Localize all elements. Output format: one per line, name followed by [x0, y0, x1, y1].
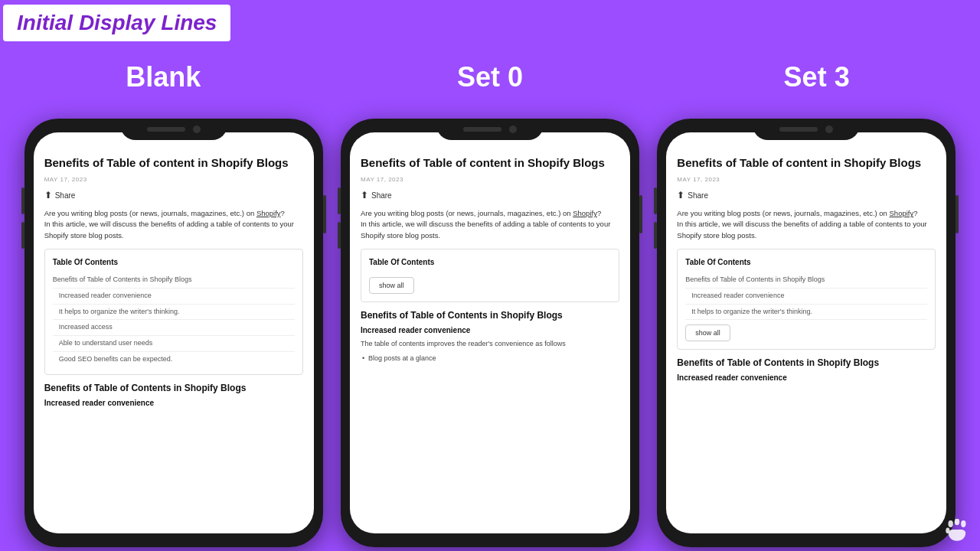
vol2-btn-blank [21, 222, 24, 249]
speaker-set0 [463, 127, 501, 132]
phone-notch-set3 [753, 119, 860, 140]
content-set3: Benefits of Table of content in Shopify … [666, 132, 946, 533]
label-blank: Blank [2, 61, 325, 93]
phone-notch-set0 [436, 119, 544, 140]
bullet-item-1-set0: Blog posts at a glance [361, 354, 619, 364]
camera-set0 [509, 126, 517, 133]
page-title: Initial Display Lines [17, 11, 217, 35]
camera-set3 [825, 126, 833, 133]
show-all-button-set3[interactable]: show all [685, 324, 730, 341]
phone-blank: Benefits of Table of content in Shopify … [24, 119, 323, 547]
below-toc-subheading-blank: Increased reader convenience [44, 398, 303, 409]
share-icon-set0: ⬆ [361, 190, 368, 201]
show-all-button-set0[interactable]: show all [369, 277, 414, 294]
screen-blank: Benefits of Table of content in Shopify … [34, 132, 314, 533]
article-body-set3: Are you writing blog posts (or news, jou… [677, 208, 936, 241]
article-date-set3: MAY 17, 2023 [677, 175, 936, 184]
toc-set0: Table Of Contents show all [361, 249, 619, 303]
toc-item-0-set3: Benefits of Table of Contents in Shopify… [685, 272, 927, 289]
below-toc-heading-set0: Benefits of Table of Contents in Shopify… [361, 310, 619, 322]
phone-set3: Benefits of Table of content in Shopify … [657, 119, 956, 547]
paw-icon [945, 519, 969, 543]
power-btn-set3 [956, 195, 959, 233]
article-title-set0: Benefits of Table of content in Shopify … [361, 155, 619, 171]
toc-item-2-set3: It helps to organize the writer's thinki… [685, 305, 927, 321]
toc-item-4-blank: Able to understand user needs [53, 336, 295, 352]
vol2-btn-set0 [338, 222, 341, 249]
article-body-set0: Are you writing blog posts (or news, jou… [361, 208, 619, 241]
toc-blank: Table Of Contents Benefits of Table of C… [44, 249, 303, 376]
toc-title-set3: Table Of Contents [685, 257, 927, 269]
article-date-set0: MAY 17, 2023 [361, 175, 619, 184]
below-toc-subheading-set3: Increased reader convenience [677, 373, 936, 384]
toc-set3: Table Of Contents Benefits of Table of C… [677, 249, 936, 350]
section-labels: Blank Set 0 Set 3 [0, 61, 980, 93]
power-btn-blank [323, 195, 326, 233]
svg-point-1 [955, 519, 959, 525]
toc-title-set0: Table Of Contents [369, 257, 611, 269]
speaker-blank [147, 127, 185, 132]
vol1-btn-set3 [654, 187, 657, 214]
vol2-btn-set3 [654, 222, 657, 249]
toc-item-5-blank: Good SEO benefits can be expected. [53, 352, 295, 367]
section-body-set0: The table of contents improves the reade… [361, 339, 619, 349]
power-btn-set0 [639, 195, 642, 233]
vol1-btn-set0 [338, 187, 341, 214]
toc-item-3-blank: Increased access [53, 320, 295, 336]
share-icon-blank: ⬆ [44, 190, 52, 201]
below-toc-heading-set3: Benefits of Table of Contents in Shopify… [677, 357, 936, 370]
toc-item-0-blank: Benefits of Table of Contents in Shopify… [53, 272, 295, 289]
share-icon-set3: ⬆ [677, 190, 684, 201]
toc-title-blank: Table Of Contents [53, 257, 295, 269]
share-button-blank[interactable]: ⬆ Share [44, 190, 76, 201]
title-badge: Initial Display Lines [3, 5, 230, 41]
phone-notch-blank [120, 119, 227, 140]
article-date-blank: MAY 17, 2023 [44, 175, 303, 184]
article-body-blank: Are you writing blog posts (or news, jou… [44, 208, 303, 241]
toc-item-1-set3: Increased reader convenience [685, 289, 927, 305]
speaker-set3 [779, 127, 818, 132]
share-button-set0[interactable]: ⬆ Share [361, 190, 392, 201]
toc-item-2-blank: It helps to organize the writer's thinki… [53, 305, 295, 321]
share-button-set3[interactable]: ⬆ Share [677, 190, 708, 201]
content-blank: Benefits of Table of content in Shopify … [34, 132, 314, 533]
svg-point-0 [948, 520, 952, 527]
vol1-btn-blank [21, 187, 24, 214]
below-toc-heading-blank: Benefits of Table of Contents in Shopify… [44, 383, 303, 395]
screen-set3: Benefits of Table of content in Shopify … [666, 132, 946, 533]
svg-point-2 [961, 520, 965, 527]
below-toc-subheading-set0: Increased reader convenience [361, 325, 619, 337]
toc-item-1-blank: Increased reader convenience [53, 289, 295, 305]
phones-container: Benefits of Table of content in Shopify … [15, 119, 965, 543]
screen-set0: Benefits of Table of content in Shopify … [350, 132, 630, 533]
article-title-set3: Benefits of Table of content in Shopify … [677, 155, 936, 171]
phone-set0: Benefits of Table of content in Shopify … [341, 119, 639, 547]
camera-blank [193, 126, 201, 133]
content-set0: Benefits of Table of content in Shopify … [350, 132, 630, 533]
label-set0: Set 0 [328, 61, 652, 93]
label-set3: Set 3 [655, 61, 978, 93]
article-title-blank: Benefits of Table of content in Shopify … [44, 155, 303, 171]
